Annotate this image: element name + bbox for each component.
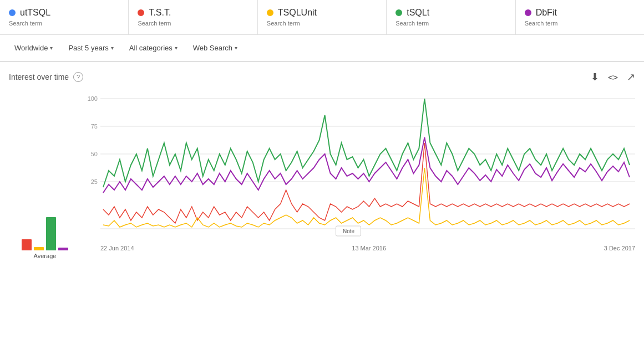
region-filter[interactable]: Worldwide ▾	[9, 40, 58, 55]
region-label: Worldwide	[14, 44, 48, 52]
share-button[interactable]: ↗	[627, 71, 635, 83]
category-chevron-icon: ▾	[175, 45, 178, 51]
avg-bar-uttsql	[22, 239, 32, 250]
x-label-3: 3 Dec 2017	[604, 245, 635, 251]
search-term-5: DbFit Search term	[516, 0, 644, 34]
time-label: Past 5 years	[68, 44, 108, 52]
term-dot-2	[138, 9, 144, 16]
help-icon[interactable]: ?	[73, 72, 83, 82]
category-filter[interactable]: All categories ▾	[124, 40, 183, 55]
term-label-1: Search term	[9, 20, 119, 27]
term-name-2: T.S.T.	[149, 8, 171, 18]
svg-text:100: 100	[88, 95, 98, 102]
search-type-filter[interactable]: Web Search ▾	[187, 40, 243, 55]
download-button[interactable]: ⬇	[591, 71, 599, 83]
x-label-2: 13 Mar 2016	[352, 245, 386, 251]
x-label-1: 22 Jun 2014	[100, 245, 134, 251]
search-terms-bar: utTSQL Search term T.S.T. Search term TS…	[0, 0, 644, 35]
term-label-5: Search term	[525, 20, 635, 27]
svg-text:25: 25	[91, 178, 98, 185]
share-icon: ↗	[627, 71, 635, 83]
term-dot-1	[9, 9, 16, 16]
embed-icon: <>	[608, 73, 618, 83]
search-term-3: TSQLUnit Search term	[258, 0, 387, 34]
search-term-1: utTSQL Search term	[0, 0, 129, 34]
chart-actions: ⬇ <> ↗	[591, 71, 635, 83]
avg-bar-tsqlt	[58, 248, 68, 250]
search-term-4: tSQLt Search term	[387, 0, 515, 34]
time-filter[interactable]: Past 5 years ▾	[63, 40, 119, 55]
search-type-chevron-icon: ▾	[235, 45, 237, 51]
svg-text:50: 50	[91, 151, 98, 157]
term-name-3: TSQLUnit	[278, 8, 317, 18]
avg-bars	[22, 201, 68, 250]
svg-text:75: 75	[91, 123, 98, 130]
chart-svg: 100 75 50 25 Note	[81, 88, 635, 243]
region-chevron-icon: ▾	[50, 45, 53, 51]
category-label: All categories	[129, 44, 173, 52]
avg-bar-tst	[34, 247, 44, 250]
chart-title: Interest over time	[9, 73, 69, 81]
embed-button[interactable]: <>	[608, 71, 618, 83]
chart-title-group: Interest over time ?	[9, 72, 83, 82]
filters-bar: Worldwide ▾ Past 5 years ▾ All categorie…	[0, 35, 644, 62]
chart-average-panel: Average	[9, 88, 81, 276]
term-label-2: Search term	[138, 20, 248, 27]
avg-bar-tsqlunit	[46, 217, 56, 250]
time-chevron-icon: ▾	[111, 45, 114, 51]
chart-main: 100 75 50 25 Note 22 Jun 2014 13 Ma	[81, 88, 635, 276]
chart-container: Average 100 75 50 25	[9, 88, 635, 276]
term-label-3: Search term	[267, 20, 377, 27]
search-type-label: Web Search	[193, 44, 232, 52]
chart-x-labels: 22 Jun 2014 13 Mar 2016 3 Dec 2017	[81, 245, 635, 251]
chart-section: Interest over time ? ⬇ <> ↗	[0, 62, 644, 276]
chart-header: Interest over time ? ⬇ <> ↗	[9, 71, 635, 83]
search-term-2: T.S.T. Search term	[129, 0, 257, 34]
svg-text:Note: Note	[343, 228, 355, 234]
term-dot-4	[395, 9, 402, 16]
term-name-1: utTSQL	[20, 8, 50, 18]
term-label-4: Search term	[395, 20, 506, 27]
term-name-5: DbFit	[536, 8, 557, 18]
avg-label: Average	[34, 253, 57, 259]
download-icon: ⬇	[591, 71, 599, 83]
term-dot-3	[267, 9, 273, 16]
term-dot-5	[525, 9, 531, 16]
term-name-4: tSQLt	[407, 8, 429, 18]
